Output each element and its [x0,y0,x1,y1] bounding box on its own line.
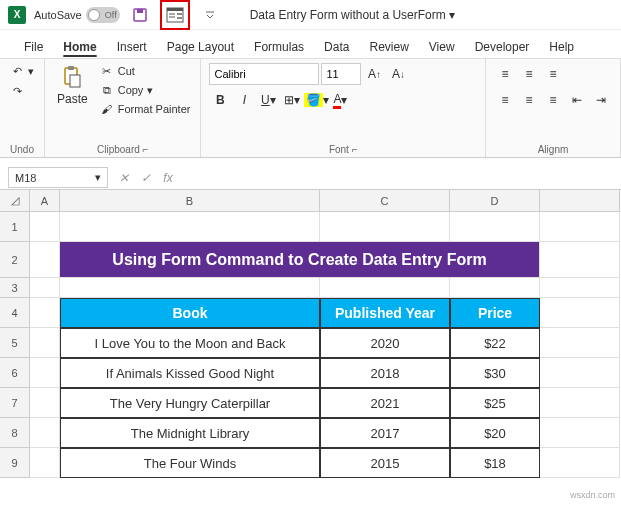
col-header-c[interactable]: C [320,190,450,212]
cell[interactable] [540,212,620,242]
increase-font-button[interactable]: A↑ [363,63,385,85]
svg-rect-11 [70,75,80,87]
table-header-book[interactable]: Book [60,298,320,328]
col-header-blank[interactable] [540,190,620,212]
col-header-a[interactable]: A [30,190,60,212]
tab-developer[interactable]: Developer [465,36,540,58]
tab-formulas[interactable]: Formulas [244,36,314,58]
cell[interactable] [540,242,620,278]
fill-color-button[interactable]: 🪣▾ [305,89,327,111]
tab-view[interactable]: View [419,36,465,58]
select-all-corner[interactable]: ◿ [0,190,30,212]
row-header[interactable]: 6 [0,358,30,388]
col-header-d[interactable]: D [450,190,540,212]
document-title[interactable]: Data Entry Form without a UserForm ▾ [250,8,455,22]
font-color-button[interactable]: A▾ [329,89,351,111]
save-button[interactable] [128,3,152,27]
row-header[interactable]: 9 [0,448,30,478]
italic-button[interactable]: I [233,89,255,111]
align-left-button[interactable]: ≡ [494,89,516,111]
table-cell[interactable]: 2020 [320,328,450,358]
row-header[interactable]: 7 [0,388,30,418]
decrease-indent-button[interactable]: ⇤ [566,89,588,111]
table-cell[interactable]: 2017 [320,418,450,448]
cell[interactable] [450,212,540,242]
table-header-year[interactable]: Published Year [320,298,450,328]
cell[interactable] [320,212,450,242]
formula-input[interactable] [184,166,621,189]
undo-button[interactable]: ↶▾ [8,63,36,79]
qat-customize-button[interactable] [198,3,222,27]
table-cell[interactable]: The Four Winds [60,448,320,478]
align-center-button[interactable]: ≡ [518,89,540,111]
cancel-formula-button[interactable]: ✕ [114,168,134,188]
alignment-group: ≡ ≡ ≡ ≡ ≡ ≡ ⇤ ⇥ Alignm [486,59,621,157]
table-cell[interactable]: $22 [450,328,540,358]
svg-rect-7 [177,17,182,19]
table-cell[interactable]: $30 [450,358,540,388]
align-bottom-button[interactable]: ≡ [542,63,564,85]
underline-button[interactable]: U▾ [257,89,279,111]
border-button[interactable]: ⊞▾ [281,89,303,111]
tab-review[interactable]: Review [359,36,418,58]
redo-button[interactable]: ↷ [8,83,36,99]
form-button[interactable] [163,3,187,27]
alignment-group-label: Alignm [494,144,612,155]
align-top-button[interactable]: ≡ [494,63,516,85]
enter-formula-button[interactable]: ✓ [136,168,156,188]
font-name-select[interactable] [209,63,319,85]
table-cell[interactable]: 2021 [320,388,450,418]
align-right-button[interactable]: ≡ [542,89,564,111]
svg-rect-6 [177,13,182,15]
ribbon: ↶▾ ↷ Undo Paste ✂Cut ⧉Copy ▾ 🖌Format Pai… [0,58,621,158]
cell[interactable] [30,212,60,242]
autosave-toggle[interactable]: Off [86,7,120,23]
row-header[interactable]: 1 [0,212,30,242]
table-cell[interactable]: $18 [450,448,540,478]
cell[interactable] [30,242,60,278]
clipboard-group-label: Clipboard ⌐ [53,144,192,155]
table-cell[interactable]: I Love You to the Moon and Back [60,328,320,358]
row-header[interactable]: 5 [0,328,30,358]
titlebar: X AutoSave Off Data Entry Form without a… [0,0,621,30]
row-header[interactable]: 3 [0,278,30,298]
clipboard-group: Paste ✂Cut ⧉Copy ▾ 🖌Format Painter Clipb… [45,59,201,157]
table-cell[interactable]: 2018 [320,358,450,388]
autosave-label: AutoSave [34,9,82,21]
paste-button[interactable]: Paste [53,63,92,142]
menu-tabs: File Home Insert Page Layout Formulas Da… [0,30,621,58]
tab-home[interactable]: Home [53,36,106,58]
increase-indent-button[interactable]: ⇥ [590,89,612,111]
copy-button[interactable]: ⧉Copy ▾ [98,82,193,98]
fx-button[interactable]: fx [158,168,178,188]
align-middle-button[interactable]: ≡ [518,63,540,85]
row-header[interactable]: 2 [0,242,30,278]
font-size-select[interactable] [321,63,361,85]
tab-file[interactable]: File [14,36,53,58]
table-cell[interactable]: If Animals Kissed Good Night [60,358,320,388]
spreadsheet[interactable]: ◿ A B C D 1 2 Using Form Command to Crea… [0,190,621,478]
row-header[interactable]: 8 [0,418,30,448]
format-painter-button[interactable]: 🖌Format Painter [98,101,193,117]
table-cell[interactable]: $25 [450,388,540,418]
tab-help[interactable]: Help [539,36,584,58]
table-cell[interactable]: $20 [450,418,540,448]
table-cell[interactable]: The Very Hungry Caterpillar [60,388,320,418]
row-header[interactable]: 4 [0,298,30,328]
sheet-title[interactable]: Using Form Command to Create Data Entry … [60,242,540,278]
name-box[interactable]: M18 ▾ [8,167,108,188]
cell[interactable] [60,212,320,242]
svg-rect-3 [167,8,183,11]
tab-page-layout[interactable]: Page Layout [157,36,244,58]
col-header-b[interactable]: B [60,190,320,212]
cut-button[interactable]: ✂Cut [98,63,193,79]
svg-rect-10 [68,66,74,70]
bold-button[interactable]: B [209,89,231,111]
autosave-control[interactable]: AutoSave Off [34,7,120,23]
tab-data[interactable]: Data [314,36,359,58]
table-header-price[interactable]: Price [450,298,540,328]
tab-insert[interactable]: Insert [107,36,157,58]
decrease-font-button[interactable]: A↓ [387,63,409,85]
table-cell[interactable]: The Midnight Library [60,418,320,448]
table-cell[interactable]: 2015 [320,448,450,478]
